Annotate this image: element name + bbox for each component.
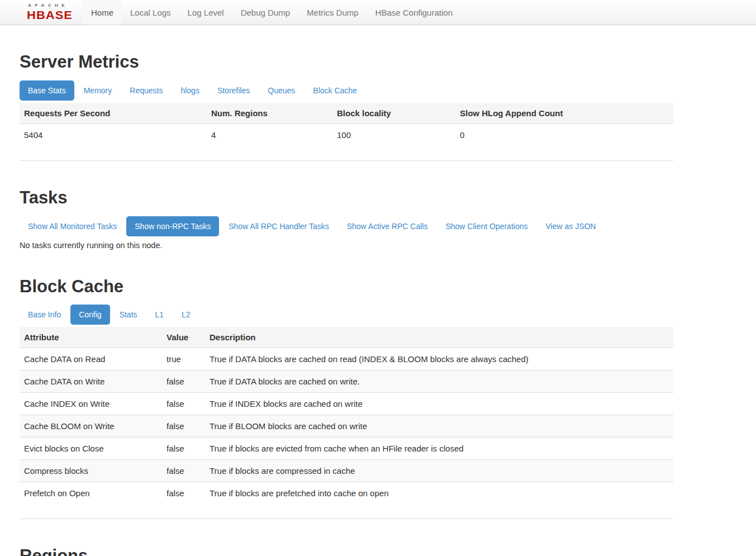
value-cell: false [162, 482, 205, 505]
value-cell: false [162, 393, 205, 415]
tab-stats[interactable]: Stats [111, 305, 146, 325]
server-metrics-tabs: Base Stats Memory Requests hlogs Storefi… [20, 80, 673, 101]
attribute-cell: Prefetch on Open [20, 482, 162, 505]
description-cell: True if BLOOM blocks are cached on write [205, 415, 673, 438]
column-header: Num. Regions [207, 103, 332, 124]
block-cache-title: Block Cache [20, 276, 673, 298]
description-cell: True if blocks are compressed in cache [205, 460, 673, 482]
page-content: Server Metrics Base Stats Memory Request… [20, 51, 673, 556]
server-metrics-table: Requests Per Second Num. Regions Block l… [20, 103, 673, 146]
column-header: Block locality [332, 103, 455, 124]
tab-show-all-rpc-handler-tasks[interactable]: Show All RPC Handler Tasks [220, 216, 337, 236]
attribute-cell: Cache INDEX on Write [20, 393, 162, 415]
block-cache-tabs: Base Info Config Stats L1 L2 [20, 305, 673, 325]
table-header-row: Attribute Value Description [20, 327, 673, 348]
navbar-menu: Home Local Logs Log Level Debug Dump Met… [83, 0, 461, 25]
table-row: Cache BLOOM on Write false True if BLOOM… [20, 415, 673, 438]
regions-title: Regions [20, 545, 673, 556]
description-cell: True if blocks are prefetched into cache… [205, 482, 673, 505]
table-row: Compress blocks false True if blocks are… [20, 460, 673, 482]
nav-item-log-level[interactable]: Log Level [179, 0, 232, 25]
value-cell: false [162, 415, 205, 438]
tab-config[interactable]: Config [70, 305, 110, 325]
tasks-tabs: Show All Monitored Tasks Show non-RPC Ta… [20, 216, 673, 236]
nav-item-metrics-dump[interactable]: Metrics Dump [298, 0, 367, 25]
table-row: Evict blocks on Close false True if bloc… [20, 438, 673, 460]
tab-l2[interactable]: L2 [173, 305, 199, 325]
nav-item-hbase-configuration[interactable]: HBase Configuration [367, 0, 461, 25]
block-cache-section: Block Cache Base Info Config Stats L1 L2… [20, 276, 673, 520]
server-metrics-section: Server Metrics Base Stats Memory Request… [20, 51, 673, 161]
tab-storefiles[interactable]: Storefiles [209, 80, 258, 101]
top-navbar: APACHE HBASE Home Local Logs Log Level D… [0, 0, 756, 25]
block-locality-value: 100 [332, 123, 455, 146]
table-row: Cache DATA on Read true True if DATA blo… [20, 348, 673, 370]
tab-base-stats[interactable]: Base Stats [20, 80, 74, 101]
regions-section: Regions [20, 545, 673, 556]
nav-item-local-logs[interactable]: Local Logs [122, 0, 179, 25]
attribute-cell: Compress blocks [20, 460, 162, 482]
tab-requests[interactable]: Requests [121, 80, 171, 101]
value-cell: false [162, 438, 205, 460]
tasks-section: Tasks Show All Monitored Tasks Show non-… [20, 187, 673, 250]
slow-hlog-append-count-value: 0 [455, 123, 673, 146]
tab-hlogs[interactable]: hlogs [172, 80, 207, 101]
block-cache-config-table: Attribute Value Description Cache DATA o… [20, 327, 673, 504]
tab-memory[interactable]: Memory [75, 80, 121, 101]
attribute-cell: Cache DATA on Write [20, 370, 162, 393]
tab-show-client-operations[interactable]: Show Client Operations [437, 216, 536, 236]
nav-item-home[interactable]: Home [83, 0, 122, 25]
server-metrics-title: Server Metrics [20, 51, 673, 73]
nav-item-debug-dump[interactable]: Debug Dump [232, 0, 298, 25]
column-header: Slow HLog Append Count [455, 103, 673, 124]
attribute-cell: Cache BLOOM on Write [20, 415, 162, 438]
value-cell: false [162, 370, 205, 393]
table-row: Prefetch on Open false True if blocks ar… [20, 482, 673, 505]
attribute-cell: Cache DATA on Read [20, 348, 162, 370]
logo-hbase-text: HBASE [27, 9, 73, 21]
table-header-row: Requests Per Second Num. Regions Block l… [20, 103, 673, 124]
hbase-logo[interactable]: APACHE HBASE [0, 0, 83, 25]
requests-per-second-value: 5404 [20, 123, 207, 146]
logo-apache-text: APACHE [28, 3, 73, 8]
tab-show-all-monitored-tasks[interactable]: Show All Monitored Tasks [20, 216, 125, 236]
num-regions-value: 4 [207, 123, 332, 146]
table-row: Cache INDEX on Write false True if INDEX… [20, 393, 673, 415]
tab-queues[interactable]: Queues [259, 80, 303, 101]
tab-view-as-json[interactable]: View as JSON [537, 216, 604, 236]
value-cell: true [162, 348, 205, 370]
tab-block-cache[interactable]: Block Cache [305, 80, 365, 101]
tasks-title: Tasks [20, 187, 673, 209]
column-header: Requests Per Second [20, 103, 207, 124]
tab-show-non-rpc-tasks[interactable]: Show non-RPC Tasks [126, 216, 219, 236]
table-row: Cache DATA on Write false True if DATA b… [20, 370, 673, 393]
value-cell: false [162, 460, 205, 482]
description-cell: True if INDEX blocks are cached on write [205, 393, 673, 415]
column-header: Attribute [20, 327, 162, 348]
column-header: Description [205, 327, 673, 348]
tab-show-active-rpc-calls[interactable]: Show Active RPC Calls [339, 216, 436, 236]
description-cell: True if blocks are evicted from cache wh… [205, 438, 673, 460]
description-cell: True if DATA blocks are cached on read (… [205, 348, 673, 370]
column-header: Value [162, 327, 205, 348]
table-row: 5404 4 100 0 [20, 123, 673, 146]
no-tasks-message: No tasks currently running on this node. [20, 241, 673, 250]
table-bottom-border [20, 146, 673, 161]
description-cell: True if DATA blocks are cached on write. [205, 370, 673, 393]
tab-l1[interactable]: L1 [147, 305, 173, 325]
attribute-cell: Evict blocks on Close [20, 438, 162, 460]
tab-base-info[interactable]: Base Info [20, 305, 69, 325]
table-bottom-border [20, 504, 673, 519]
